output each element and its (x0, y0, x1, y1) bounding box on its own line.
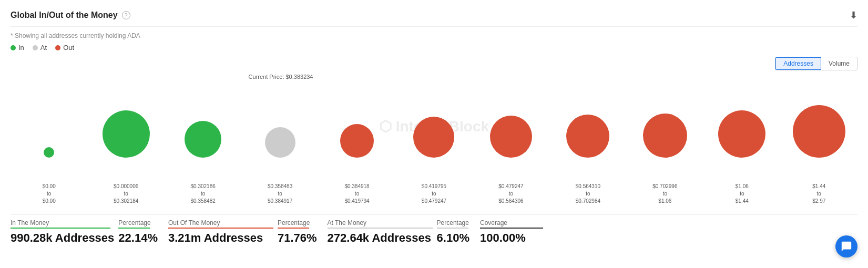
stat-out-pct-value: 71.76% (278, 231, 317, 245)
current-price-label: Current Price: $0.383234 (249, 74, 313, 80)
range-3: $0.358483to$0.384917 (241, 183, 318, 205)
bubble-10 (793, 105, 845, 158)
range-labels: $0.00to$0.00 $0.000006to$0.302184 $0.302… (11, 183, 857, 205)
download-icon[interactable]: ⬇ (850, 9, 857, 21)
bubble-col-10 (781, 84, 857, 158)
stat-out-pct-underline (278, 228, 309, 229)
bubble-col-3 (241, 84, 318, 158)
range-2: $0.302186to$0.358482 (165, 183, 241, 205)
bubble-1 (103, 110, 150, 158)
bubble-col-6 (473, 84, 549, 158)
stat-in-pct-label: Percentage (118, 219, 158, 226)
chart-area: ⬡ IntoTheBlock Current Price: $0.383234 (11, 74, 857, 179)
bubble-2 (185, 121, 221, 158)
stat-in-underline (11, 228, 110, 229)
legend-out: Out (55, 44, 74, 51)
bubble-6 (490, 116, 532, 158)
range-4: $0.384918to$0.419794 (319, 183, 395, 205)
legend: In At Out (11, 44, 857, 51)
stat-out-pct-block: Percentage 71.76% (273, 219, 317, 245)
stat-out-underline (168, 228, 273, 229)
bubbles-row (11, 74, 857, 158)
bubble-col-1 (87, 84, 164, 158)
legend-label-out: Out (63, 44, 74, 51)
legend-at: At (33, 44, 47, 51)
stat-coverage: Coverage 100.00% (480, 219, 543, 245)
bubble-5 (413, 117, 454, 158)
range-1: $0.000006to$0.302184 (87, 183, 164, 205)
bubble-7 (566, 115, 609, 158)
stat-in-label: In The Money (11, 219, 49, 226)
legend-dot-at (33, 45, 38, 50)
range-0: $0.00to$0.00 (11, 183, 87, 205)
stat-out-label: Out Of The Money (168, 219, 220, 226)
bubble-col-0 (11, 84, 87, 158)
stat-at-pct-block: Percentage 6.10% (433, 219, 469, 245)
stat-at-the-money: At The Money 272.64k Addresses (328, 219, 433, 245)
bubble-4 (340, 124, 374, 158)
bubble-0 (44, 147, 54, 158)
range-5: $0.419795to$0.479247 (395, 183, 472, 205)
stat-in-pct-block: Percentage 22.14% (114, 219, 158, 245)
stat-out-value: 3.21m Addresses (168, 231, 273, 245)
bubble-col-2 (165, 84, 241, 158)
chat-icon (841, 241, 852, 252)
stat-at-underline (328, 228, 433, 229)
page-title: Global In/Out of the Money (11, 11, 118, 20)
bubble-col-4 (319, 84, 395, 158)
bubble-9 (718, 110, 765, 158)
stat-in-pct-value: 22.14% (118, 231, 158, 245)
legend-dot-in (11, 45, 16, 50)
chat-bubble[interactable] (835, 235, 857, 257)
header-row: Global In/Out of the Money ? ⬇ (11, 9, 857, 27)
legend-in: In (11, 44, 24, 51)
price-indicator: Current Price: $0.383234 (291, 74, 355, 80)
stat-at-pct-value: 6.10% (437, 231, 469, 245)
toggle-group: Addresses Volume (775, 57, 857, 70)
bubble-8 (643, 114, 687, 158)
bubble-col-7 (549, 84, 626, 158)
toggle-addresses[interactable]: Addresses (775, 57, 821, 70)
range-7: $0.564310to$0.702984 (549, 183, 626, 205)
range-6: $0.479247to$0.564306 (473, 183, 549, 205)
range-8: $0.702996to$1.06 (627, 183, 703, 205)
stat-in-value: 990.28k Addresses (11, 231, 114, 245)
stat-at-pct-underline (437, 228, 468, 229)
bubble-col-8 (627, 84, 703, 158)
stat-coverage-value: 100.00% (480, 231, 543, 245)
range-10: $1.44to$2.97 (781, 183, 857, 205)
stat-out-the-money: Out Of The Money 3.21m Addresses (168, 219, 273, 245)
stat-at-value: 272.64k Addresses (328, 231, 433, 245)
help-icon[interactable]: ? (122, 11, 130, 19)
toggle-volume[interactable]: Volume (821, 57, 857, 70)
stat-at-label: At The Money (328, 219, 366, 226)
legend-label-at: At (40, 44, 47, 51)
bubble-col-5 (395, 84, 472, 158)
stat-in-the-money: In The Money 990.28k Addresses (11, 219, 114, 245)
range-9: $1.06to$1.44 (703, 183, 780, 205)
stat-coverage-underline (480, 228, 543, 229)
bubble-3 (265, 127, 295, 158)
legend-label-in: In (18, 44, 24, 51)
legend-dot-out (55, 45, 60, 50)
stat-at-pct-label: Percentage (437, 219, 469, 226)
stat-out-label-row: Out Of The Money (168, 219, 273, 226)
top-controls: Addresses Volume (11, 57, 857, 70)
bubble-col-9 (703, 84, 780, 158)
stats-row: In The Money 990.28k Addresses Percentag… (11, 214, 857, 245)
stat-out-pct-label: Percentage (278, 219, 317, 226)
stat-in-pct-underline (118, 228, 150, 229)
title-group: Global In/Out of the Money ? (11, 11, 130, 20)
stat-coverage-label: Coverage (480, 219, 543, 226)
subtitle: * Showing all addresses currently holdin… (11, 32, 857, 39)
stat-at-label-row: At The Money (328, 219, 433, 226)
stat-in-label-row: In The Money (11, 219, 114, 226)
